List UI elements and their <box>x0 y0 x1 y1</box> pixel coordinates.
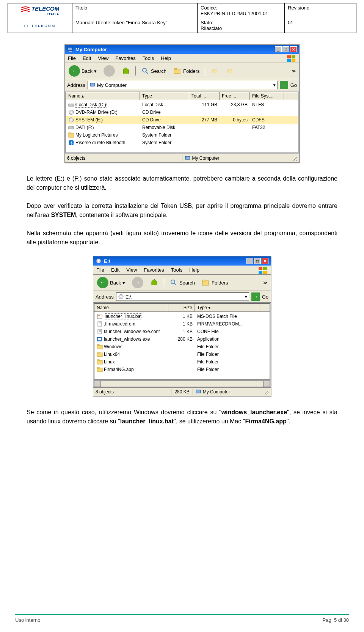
it-telecom-label: IT TELECOM <box>24 24 56 28</box>
bat-icon <box>97 313 103 319</box>
document-header: TELECOM ITALIA Titolo Codice: FSKYPRIN.I… <box>8 3 356 33</box>
drive-row[interactable]: Local Disk (C:) Local Disk 111 GB 23,8 G… <box>66 101 298 108</box>
menu-edit[interactable]: Edit <box>83 55 91 61</box>
paragraph-3: Nella schermata che apparirà (vedi figur… <box>27 229 337 247</box>
file-list: Name Size Type ▾ launcher_linux.bat 1 KB… <box>94 303 270 380</box>
move-button[interactable]: 📁 <box>209 66 220 76</box>
titlebar[interactable]: E:\ _ □ ✕ <box>93 256 271 266</box>
address-bar: Address My Computer ▼ → Go <box>65 79 299 91</box>
go-button[interactable]: → <box>251 292 260 301</box>
col-name[interactable]: Name <box>94 304 168 311</box>
drive-list: Name ▴ Type Total ... Free ... File Syst… <box>66 92 298 153</box>
drive-row[interactable]: DATI (F:) Removable Disk FAT32 <box>66 124 298 131</box>
file-row[interactable]: Firma4NG.app File Folder <box>94 366 270 373</box>
address-bar: Address E:\ ▼ → Go <box>93 291 271 303</box>
drive-row[interactable]: My Logitech Pictures System Folder <box>66 131 298 139</box>
svg-rect-52 <box>97 352 99 353</box>
revisione-label: Revisione <box>285 3 323 18</box>
up-button[interactable] <box>120 66 132 76</box>
svg-rect-2 <box>287 55 291 58</box>
address-input[interactable]: My Computer ▼ <box>88 81 278 89</box>
titolo-label: Titolo <box>72 3 198 18</box>
file-row[interactable]: Linux64 File Folder <box>94 351 270 358</box>
address-label: Address <box>96 294 114 300</box>
menu-help[interactable]: Help <box>189 267 199 273</box>
revisione-value: 01 <box>285 18 323 33</box>
computer-icon <box>67 46 73 52</box>
maximize-button[interactable]: □ <box>282 46 289 52</box>
svg-rect-56 <box>97 367 99 368</box>
address-input[interactable]: E:\ ▼ <box>116 292 249 301</box>
hdd-icon <box>68 102 74 108</box>
svg-rect-4 <box>287 59 291 62</box>
menu-tools[interactable]: Tools <box>143 55 154 61</box>
col-fs[interactable]: File Syst... <box>250 92 284 100</box>
svg-point-28 <box>98 260 99 262</box>
menubar: File Edit View Favorites Tools Help <box>93 266 271 275</box>
close-button[interactable]: ✕ <box>290 46 297 52</box>
menu-file[interactable]: File <box>68 55 76 61</box>
col-type[interactable]: Type <box>140 92 189 100</box>
back-button[interactable]: ←Back ▾ <box>67 64 98 77</box>
col-total[interactable]: Total ... <box>189 92 220 100</box>
menu-tools[interactable]: Tools <box>171 267 182 273</box>
horizontal-scrollbar[interactable] <box>94 380 270 387</box>
forward-button[interactable]: → <box>102 64 116 77</box>
col-type[interactable]: Type ▾ <box>195 304 259 311</box>
menu-help[interactable]: Help <box>161 55 171 61</box>
folders-button[interactable]: Folders <box>200 278 229 288</box>
chevron-icon[interactable]: ≫ <box>292 69 296 74</box>
resize-grip-icon[interactable] <box>263 389 268 395</box>
menu-favorites[interactable]: Favorites <box>115 55 135 61</box>
back-button[interactable]: ←Back ▾ <box>96 276 127 289</box>
svg-rect-54 <box>97 360 99 361</box>
resize-grip-icon[interactable] <box>292 156 297 161</box>
titlebar[interactable]: My Computer _ □ ✕ <box>65 45 299 54</box>
file-row[interactable]: launcher_windows.exe 280 KB Application <box>94 335 270 343</box>
menu-view[interactable]: View <box>98 55 108 61</box>
search-button[interactable]: Search <box>140 66 168 76</box>
folders-button[interactable]: Folders <box>172 66 201 76</box>
paragraph-2: Dopo aver verificato la corretta install… <box>27 201 337 220</box>
file-row[interactable]: Linux File Folder <box>94 358 270 366</box>
go-label: Go <box>262 294 268 300</box>
menu-edit[interactable]: Edit <box>111 267 119 273</box>
drive-row[interactable]: DVD-RAM Drive (D:) CD Drive <box>66 108 298 116</box>
menu-view[interactable]: View <box>126 267 137 273</box>
menu-favorites[interactable]: Favorites <box>144 267 164 273</box>
col-free[interactable]: Free ... <box>220 92 250 100</box>
file-row[interactable]: .firmwarecdrom 1 KB FIRMWARECDROM... <box>94 320 270 328</box>
up-button[interactable] <box>149 278 160 288</box>
forward-button[interactable]: → <box>130 276 145 289</box>
svg-line-26 <box>296 160 297 161</box>
menu-file[interactable]: File <box>96 267 104 273</box>
col-name[interactable]: Name ▴ <box>66 92 140 100</box>
col-size[interactable]: Size <box>168 304 195 311</box>
file-row[interactable]: launcher_windows.exe.conf 1 KB CONF File <box>94 328 270 335</box>
copy-button[interactable]: 📁 <box>224 66 235 76</box>
minimize-button[interactable]: _ <box>246 258 253 264</box>
svg-rect-35 <box>202 281 209 285</box>
drive-row[interactable]: Risorse di rete Bluetooth System Folder <box>66 139 298 146</box>
maximize-button[interactable]: □ <box>254 258 261 264</box>
svg-point-15 <box>71 112 72 113</box>
folder-icon <box>68 132 74 138</box>
search-button[interactable]: Search <box>168 278 196 288</box>
go-button[interactable]: → <box>280 81 288 89</box>
codice-cell: Codice: FSKYPRIN.IT.DPMU.12001.01 <box>198 3 285 18</box>
folder-icon <box>97 344 103 350</box>
computer-icon <box>185 155 191 161</box>
minimize-button[interactable]: _ <box>275 46 282 52</box>
status-objects: 8 objects <box>96 389 171 395</box>
chevron-icon[interactable]: ≫ <box>263 280 268 285</box>
file-row[interactable]: Windows File Folder <box>94 343 270 351</box>
close-button[interactable]: ✕ <box>262 258 268 264</box>
file-row[interactable]: launcher_linux.bat 1 KB MS-DOS Batch Fil… <box>94 313 270 320</box>
drive-row[interactable]: SYSTEM (E:) CD Drive 277 MB 0 bytes CDFS <box>66 116 298 124</box>
page-footer: Uso interno Pag. 5 di 30 <box>15 614 349 623</box>
status-location: My Computer <box>203 389 230 395</box>
address-label: Address <box>67 82 85 88</box>
window-title: My Computer <box>75 47 107 52</box>
svg-rect-32 <box>263 271 267 274</box>
svg-line-60 <box>268 394 268 395</box>
